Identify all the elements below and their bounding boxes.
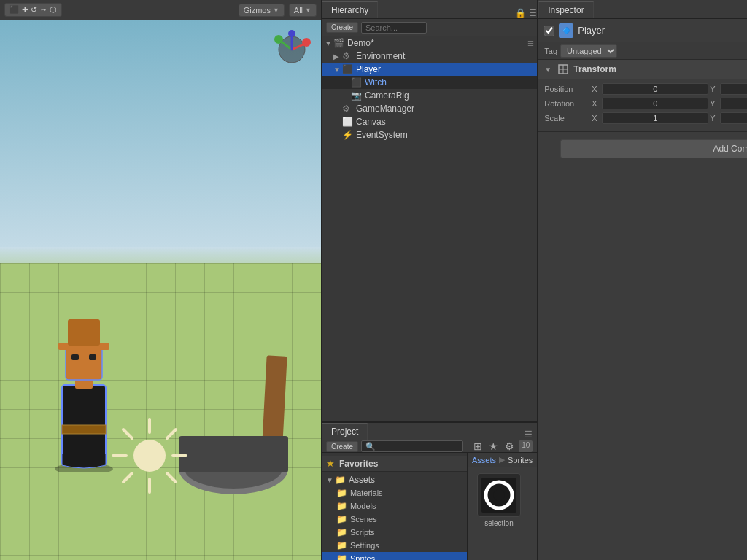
favorites-section: ★ Favorites [322,456,467,472]
breadcrumb-assets[interactable]: Assets [472,456,496,464]
assets-tree-section: ▼ 📁 Assets 📁 Materials 📁 Models [322,472,467,560]
gizmo-svg [270,28,314,71]
hierarchy-item-eventsystem[interactable]: ⚡ EventSystem [322,128,537,141]
rotation-x-group: X [592,98,708,109]
transform-header[interactable]: ▼ Transform ⚙ ⋮ [538,60,747,79]
tree-item-scenes[interactable]: 📁 Scenes [322,513,467,526]
hierarchy-tab[interactable]: Hierarchy [322,1,378,18]
rotation-y-group: Y [710,98,747,109]
scene-panel: ⬛ ✚ ↺ ↔ ⬡ Gizmos ▼ All ▼ [0,0,321,560]
hierarchy-options-icon[interactable]: ☰ [527,39,534,47]
scene-view[interactable] [0,20,321,560]
project-create-button[interactable]: Create [326,441,358,452]
sprites-label: Sprites [350,554,375,560]
scene-toolbar: ⬛ ✚ ↺ ↔ ⬡ Gizmos ▼ All ▼ [0,0,321,20]
tree-item-scripts[interactable]: 📁 Scripts [322,526,467,539]
scene-canvas [0,20,321,560]
project-tab-strip: Project ☰ [322,423,537,440]
witch-icon: ⬛ [351,77,363,88]
tree-item-settings[interactable]: 📁 Settings [322,539,467,552]
hierarchy-menu-icon[interactable]: ☰ [529,8,537,18]
hierarchy-item-witch[interactable]: ⬛ Witch [322,76,537,89]
selection-sprite-svg [481,477,517,513]
position-x-letter: X [592,85,600,93]
gizmos-button[interactable]: Gizmos ▼ [239,4,285,17]
object-type-icon: 🔷 [559,23,573,38]
transform-component: ▼ Transform ⚙ ⋮ Position [538,60,747,132]
hierarchy-item-environment[interactable]: ▶ ⚙ Environment [322,50,537,63]
position-y-letter: Y [710,85,719,93]
scene-root-label: Demo* [347,38,374,48]
proj-icon-btn-1[interactable]: ⊞ [471,440,484,452]
project-tab-label: Project [331,427,358,437]
assets-tree-root[interactable]: ▼ 📁 Assets [322,473,467,486]
tag-select[interactable]: Untagged [560,44,617,58]
proj-icon-btn-3[interactable]: ⚙ [503,440,516,452]
rotation-xyz: X Y Z [592,98,747,109]
canvas-label: Canvas [356,117,386,127]
project-toolbar: Create ⊞ ★ ⚙ 10 [322,440,537,453]
project-tree: ★ Favorites ▼ 📁 Assets 📁 Materials [322,453,468,560]
environment-icon: ⚙ [342,51,354,61]
hierarchy-create-button[interactable]: Create [326,22,358,33]
transform-title: Transform [573,64,747,74]
tree-item-models[interactable]: 📁 Models [322,499,467,513]
breadcrumb-sprites: Sprites [508,456,533,464]
position-x-group: X [592,83,708,95]
gizmos-dropdown-arrow: ▼ [273,7,279,14]
sun-svg [106,412,193,499]
all-dropdown-arrow: ▼ [305,7,311,14]
inspector-tab-strip: Inspector ☰ 🔒 [538,0,747,19]
svg-line-17 [123,473,132,482]
scale-x-input[interactable] [602,112,708,124]
svg-point-22 [274,35,283,44]
project-search-input[interactable] [361,440,463,452]
asset-item-selection[interactable]: selection [473,473,525,527]
svg-point-24 [288,30,295,37]
inspector-tab-label: Inspector [548,5,584,15]
tree-item-sprites[interactable]: 📁 Sprites [322,552,467,560]
rotation-y-input[interactable] [720,98,747,109]
environment-arrow: ▶ [333,52,342,61]
hierarchy-toolbar: Create [322,19,537,36]
materials-label: Materials [350,489,383,497]
project-toolbar-icons: ⊞ ★ ⚙ 10 [471,440,533,452]
sprites-folder-icon: 📁 [336,553,347,560]
inspector-tab[interactable]: Inspector [538,1,593,18]
all-layers-button[interactable]: All ▼ [289,4,317,17]
tree-item-materials[interactable]: 📁 Materials [322,486,467,499]
scripts-label: Scripts [350,528,375,537]
hierarchy-item-camerarig[interactable]: 📷 CameraRig [322,89,537,102]
project-tab[interactable]: Project [322,423,368,440]
breadcrumb-separator: ▶ [499,455,505,464]
project-panel-bottom-left: Project ☰ Create ⊞ ★ ⚙ 10 [321,421,538,560]
assets-root-label: Assets [349,475,375,485]
position-y-input[interactable] [720,83,747,95]
hierarchy-panel: Hierarchy 🔒 ☰ Create ▼ 🎬 Demo* ☰ [321,0,538,421]
add-component-button[interactable]: Add Component [560,139,747,158]
position-x-input[interactable] [602,83,708,95]
object-type-symbol: 🔷 [562,27,570,34]
project-menu-icon[interactable]: ☰ [520,429,537,440]
scale-y-letter: Y [710,114,719,122]
scale-y-input[interactable] [720,112,747,124]
camerarig-icon: 📷 [351,90,363,101]
favorites-star-icon: ★ [326,458,335,469]
hierarchy-item-player[interactable]: ▼ ⬛ Player [322,63,537,76]
object-active-checkbox[interactable] [544,26,554,36]
hierarchy-search-input[interactable] [361,22,427,34]
hierarchy-scene-root[interactable]: ▼ 🎬 Demo* ☰ [322,36,537,50]
svg-rect-2 [62,425,106,434]
object-name-label: Player [578,25,747,36]
tools-button[interactable]: ⬛ ✚ ↺ ↔ ⬡ [4,3,62,17]
proj-icon-btn-2[interactable]: ★ [487,440,500,452]
scenes-folder-icon: 📁 [336,514,347,524]
hierarchy-item-gamemanager[interactable]: ⚙ GameManager [322,102,537,115]
player-label: Player [356,64,381,74]
hierarchy-item-canvas[interactable]: ⬜ Canvas [322,115,537,128]
rotation-x-input[interactable] [602,98,708,109]
tag-label: Tag [544,47,557,55]
environment-label: Environment [356,51,405,61]
canvas-icon: ⬜ [342,117,354,127]
middle-column: Hierarchy 🔒 ☰ Create ▼ 🎬 Demo* ☰ [321,0,538,560]
